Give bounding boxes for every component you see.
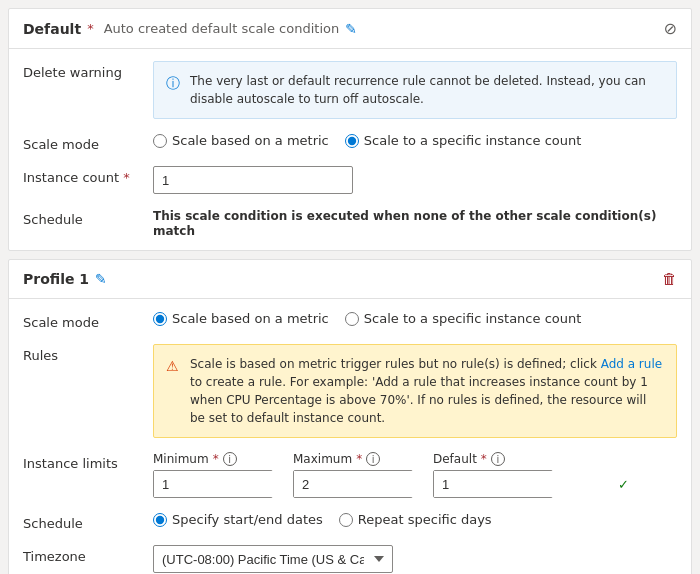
profile-header-left: Profile 1 ✎ xyxy=(23,271,107,287)
profile-scale-mode-content: Scale based on a metric Scale to a speci… xyxy=(153,311,677,326)
default-required-star: * xyxy=(87,21,94,36)
add-rule-link[interactable]: Add a rule xyxy=(601,357,662,371)
maximum-limit-group: Maximum * i ✓ xyxy=(293,452,413,498)
default-scale-metric-radio[interactable] xyxy=(153,134,167,148)
default-scale-mode-row: Scale mode Scale based on a metric Scale… xyxy=(23,133,677,152)
profile-scale-metric-radio[interactable] xyxy=(153,312,167,326)
profile-instance-limits-content: Minimum * i ✓ Maximum * i xyxy=(153,452,677,498)
default-instance-count-content xyxy=(153,166,677,194)
minimum-limit-label: Minimum * i xyxy=(153,452,273,466)
minimum-label-text: Minimum xyxy=(153,452,209,466)
delete-warning-info-box: ⓘ The very last or default recurrence ru… xyxy=(153,61,677,119)
profile-instance-limits-label: Instance limits xyxy=(23,452,143,471)
profile-section-body: Scale mode Scale based on a metric Scale… xyxy=(9,299,691,574)
default-not-allowed-icon[interactable]: ⊘ xyxy=(664,19,677,38)
minimum-info-icon[interactable]: i xyxy=(223,452,237,466)
default-scale-metric-option[interactable]: Scale based on a metric xyxy=(153,133,329,148)
maximum-input-wrapper: ✓ xyxy=(293,470,413,498)
default-scale-instance-label: Scale to a specific instance count xyxy=(364,133,582,148)
specify-start-end-option[interactable]: Specify start/end dates xyxy=(153,512,323,527)
default-edit-icon[interactable]: ✎ xyxy=(345,21,357,37)
specify-start-end-label: Specify start/end dates xyxy=(172,512,323,527)
delete-warning-content: ⓘ The very last or default recurrence ru… xyxy=(153,61,677,119)
profile-schedule-row: Schedule Specify start/end dates Repeat … xyxy=(23,512,677,531)
profile-rules-row: Rules ⚠ Scale is based on metric trigger… xyxy=(23,344,677,438)
profile-scale-instance-radio[interactable] xyxy=(345,312,359,326)
default-instance-count-text: Instance count xyxy=(23,170,119,185)
profile-title: Profile 1 xyxy=(23,271,89,287)
profile-scale-mode-row: Scale mode Scale based on a metric Scale… xyxy=(23,311,677,330)
warning-icon: ⚠ xyxy=(166,356,182,377)
profile-schedule-radio-group: Specify start/end dates Repeat specific … xyxy=(153,512,677,527)
profile-scale-instance-label: Scale to a specific instance count xyxy=(364,311,582,326)
profile-rules-warning-part2: to create a rule. For example: 'Add a ru… xyxy=(190,375,648,425)
default-schedule-label: Schedule xyxy=(23,208,143,227)
profile-scale-mode-radio-group: Scale based on a metric Scale to a speci… xyxy=(153,311,677,326)
repeat-specific-days-label: Repeat specific days xyxy=(358,512,492,527)
profile-rules-label: Rules xyxy=(23,344,143,363)
default-scale-mode-label: Scale mode xyxy=(23,133,143,152)
default-scale-instance-option[interactable]: Scale to a specific instance count xyxy=(345,133,582,148)
profile-timezone-row: Timezone (UTC-08:00) Pacific Time (US & … xyxy=(23,545,677,573)
profile-rules-warning-text: Scale is based on metric trigger rules b… xyxy=(190,355,664,427)
profile-scale-mode-label: Scale mode xyxy=(23,311,143,330)
profile-scale-metric-option[interactable]: Scale based on a metric xyxy=(153,311,329,326)
profile-section: Profile 1 ✎ 🗑 Scale mode Scale based on … xyxy=(8,259,692,574)
profile-schedule-content: Specify start/end dates Repeat specific … xyxy=(153,512,677,527)
default-required-star: * xyxy=(481,452,487,466)
default-check-icon: ✓ xyxy=(618,477,635,492)
repeat-specific-days-option[interactable]: Repeat specific days xyxy=(339,512,492,527)
instance-limits-group: Minimum * i ✓ Maximum * i xyxy=(153,452,677,498)
profile-delete-icon[interactable]: 🗑 xyxy=(662,270,677,288)
default-schedule-text: This scale condition is executed when no… xyxy=(153,209,656,238)
default-section-body: Delete warning ⓘ The very last or defaul… xyxy=(9,49,691,250)
default-instance-count-row: Instance count * xyxy=(23,166,677,194)
delete-warning-message: The very last or default recurrence rule… xyxy=(190,72,664,108)
minimum-input-wrapper: ✓ xyxy=(153,470,273,498)
profile-schedule-label: Schedule xyxy=(23,512,143,531)
profile-rules-warning-part1: Scale is based on metric trigger rules b… xyxy=(190,357,601,371)
default-section: Default * Auto created default scale con… xyxy=(8,8,692,251)
profile-rules-content: ⚠ Scale is based on metric trigger rules… xyxy=(153,344,677,438)
default-instance-count-input[interactable] xyxy=(153,166,353,194)
default-schedule-row: Schedule This scale condition is execute… xyxy=(23,208,677,238)
profile-instance-limits-row: Instance limits Minimum * i ✓ xyxy=(23,452,677,498)
delete-warning-row: Delete warning ⓘ The very last or defaul… xyxy=(23,61,677,119)
profile-timezone-content: (UTC-08:00) Pacific Time (US & Canada) (… xyxy=(153,545,677,573)
maximum-info-icon[interactable]: i xyxy=(366,452,380,466)
profile-scale-instance-option[interactable]: Scale to a specific instance count xyxy=(345,311,582,326)
default-scale-instance-radio[interactable] xyxy=(345,134,359,148)
maximum-limit-label: Maximum * i xyxy=(293,452,413,466)
repeat-specific-days-radio[interactable] xyxy=(339,513,353,527)
default-scale-metric-label: Scale based on a metric xyxy=(172,133,329,148)
default-title: Default xyxy=(23,21,81,37)
default-instance-count-label: Instance count * xyxy=(23,166,143,185)
default-section-header: Default * Auto created default scale con… xyxy=(9,9,691,49)
info-icon: ⓘ xyxy=(166,73,182,94)
specify-start-end-radio[interactable] xyxy=(153,513,167,527)
profile-scale-metric-label: Scale based on a metric xyxy=(172,311,329,326)
profile-timezone-label: Timezone xyxy=(23,545,143,564)
profile-edit-icon[interactable]: ✎ xyxy=(95,271,107,287)
default-subtitle: Auto created default scale condition xyxy=(104,21,340,36)
default-input-wrapper: ✓ xyxy=(433,470,553,498)
profile-section-header: Profile 1 ✎ 🗑 xyxy=(9,260,691,299)
profile-rules-warning-box: ⚠ Scale is based on metric trigger rules… xyxy=(153,344,677,438)
default-header-left: Default * Auto created default scale con… xyxy=(23,21,357,37)
default-schedule-content: This scale condition is executed when no… xyxy=(153,208,677,238)
timezone-select[interactable]: (UTC-08:00) Pacific Time (US & Canada) (… xyxy=(153,545,393,573)
minimum-limit-group: Minimum * i ✓ xyxy=(153,452,273,498)
default-scale-mode-content: Scale based on a metric Scale to a speci… xyxy=(153,133,677,148)
default-label-text: Default xyxy=(433,452,477,466)
minimum-required-star: * xyxy=(213,452,219,466)
default-scale-mode-radio-group: Scale based on a metric Scale to a speci… xyxy=(153,133,677,148)
instance-count-star: * xyxy=(119,170,130,185)
delete-warning-label: Delete warning xyxy=(23,61,143,80)
default-limit-label: Default * i xyxy=(433,452,553,466)
maximum-required-star: * xyxy=(356,452,362,466)
default-input[interactable] xyxy=(434,471,618,497)
default-limit-group: Default * i ✓ xyxy=(433,452,553,498)
default-info-icon[interactable]: i xyxy=(491,452,505,466)
maximum-label-text: Maximum xyxy=(293,452,352,466)
